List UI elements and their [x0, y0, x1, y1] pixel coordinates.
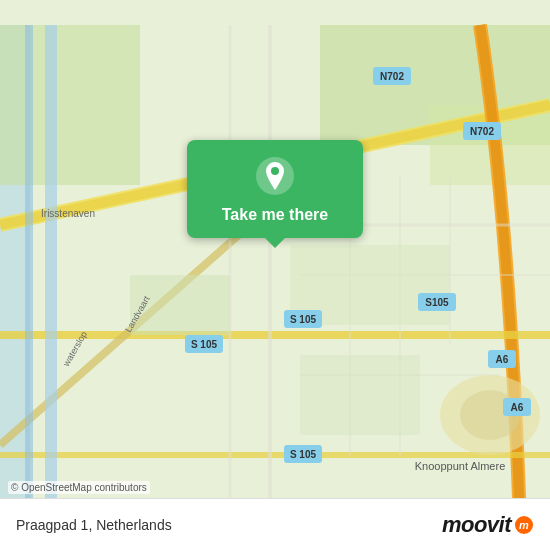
- svg-rect-17: [45, 25, 57, 525]
- svg-text:m: m: [519, 519, 529, 531]
- svg-text:S 105: S 105: [191, 339, 218, 350]
- svg-text:S 105: S 105: [290, 449, 317, 460]
- bottom-bar: Praagpad 1, Netherlands moovitm: [0, 498, 550, 550]
- attribution-text: © OpenStreetMap contributors: [8, 481, 150, 494]
- svg-text:Irisstenaven: Irisstenaven: [41, 208, 95, 219]
- moovit-wordmark: moovit: [442, 512, 511, 538]
- location-label: Praagpad 1, Netherlands: [16, 517, 172, 533]
- svg-text:N702: N702: [380, 71, 404, 82]
- svg-rect-18: [25, 25, 33, 525]
- svg-rect-21: [300, 355, 420, 435]
- svg-text:N702: N702: [470, 126, 494, 137]
- svg-text:A6: A6: [511, 402, 524, 413]
- take-me-there-card[interactable]: Take me there: [187, 140, 363, 238]
- svg-rect-2: [0, 25, 140, 185]
- svg-text:Knooppunt Almere: Knooppunt Almere: [415, 460, 506, 472]
- map-container: N702 N702 S 105 S 105 S 105 S105 A6 A6 K…: [0, 0, 550, 550]
- location-pin-icon: [255, 156, 295, 196]
- take-me-there-label: Take me there: [222, 206, 328, 224]
- svg-point-45: [271, 167, 279, 175]
- moovit-logo: moovitm: [442, 512, 534, 538]
- svg-text:S105: S105: [425, 297, 449, 308]
- map-svg: N702 N702 S 105 S 105 S 105 S105 A6 A6 K…: [0, 0, 550, 550]
- svg-text:S 105: S 105: [290, 314, 317, 325]
- moovit-dot-icon: m: [514, 515, 534, 535]
- svg-text:A6: A6: [496, 354, 509, 365]
